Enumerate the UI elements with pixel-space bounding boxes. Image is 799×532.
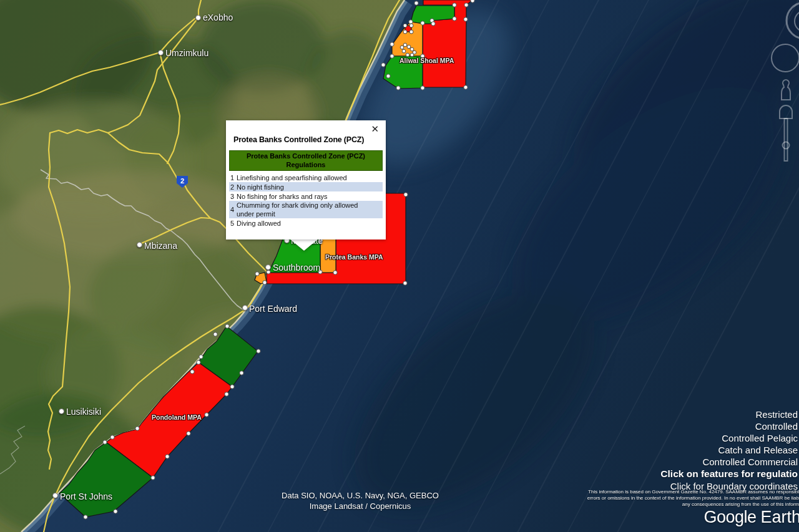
legend-item-controlled: Controlled: [660, 420, 798, 432]
attribution-imagery-line: Image Landsat / Copernicus: [235, 501, 485, 511]
disclaimer-line: any consequences arising from the use of…: [587, 501, 799, 508]
regulation-text: Linefishing and spearfishing allowed: [237, 173, 347, 182]
place-dot-lusikisiki: [59, 409, 64, 414]
place-label-port-edward: Port Edward: [249, 304, 297, 314]
logo-earth-text: Earth: [760, 508, 799, 526]
legend-item-controlled-pelagic: Controlled Pelagic: [660, 432, 798, 444]
regulation-text: No night fishing: [237, 183, 284, 191]
regulation-number: 5: [230, 219, 237, 228]
place-label-southbroom: Southbroom: [273, 263, 320, 273]
attribution-data-line: Data SIO, NOAA, U.S. Navy, NGA, GEBCO: [235, 490, 485, 501]
place-label-lusikisiki: Lusikisiki: [66, 407, 101, 417]
mpa-label-protea-banks: Protea Banks MPA: [325, 253, 383, 261]
regulation-row: 1 Linefishing and spearfishing allowed: [229, 173, 383, 182]
mpa-label-pondoland: Pondoland MPA: [152, 414, 202, 421]
legend-cta-regulations: Click on features for regulatio: [660, 468, 798, 480]
zone-type-legend: Restricted Controlled Controlled Pelagic…: [660, 409, 798, 492]
regulation-text: Diving allowed: [237, 219, 281, 228]
place-dot-southbroom: [265, 264, 271, 270]
regulation-text: Chumming for shark diving only allowed u…: [237, 201, 365, 218]
regulation-number: 1: [230, 173, 237, 182]
regulation-text: No fishing for sharks and rays: [237, 192, 328, 201]
popup-close-icon[interactable]: ✕: [371, 124, 379, 133]
saambr-disclaimer: This information is based on Government …: [587, 489, 799, 508]
regulations-popup: ✕ Protea Banks Controlled Zone (PCZ) Pro…: [226, 120, 386, 239]
place-label-exobho: eXobho: [203, 12, 233, 22]
place-label-umzimkulu: Umzimkulu: [165, 48, 208, 58]
regulation-number: 4: [230, 205, 237, 214]
mpa-label-aliwal-shoal: Aliwal Shoal MPA: [400, 57, 454, 64]
regulation-row: 3 No fishing for sharks and rays: [229, 191, 383, 201]
regulation-number: 2: [230, 183, 237, 191]
legend-item-catch-and-release: Catch and Release: [660, 444, 798, 456]
regulations-table: 1 Linefishing and spearfishing allowed 2…: [229, 173, 383, 228]
legend-item-controlled-commercial: Controlled Commercial: [660, 456, 798, 468]
place-dot-exobho: [195, 15, 201, 21]
place-dot-umzimkulu: [158, 50, 164, 56]
google-earth-logo: GoogleEarth: [703, 508, 799, 527]
disclaimer-line: errors or omissions in the context of th…: [587, 495, 799, 501]
google-earth-viewport: eXobho Umzimkulu Mbizana Margate Southbr…: [0, 0, 799, 532]
regulation-row: 5 Diving allowed: [229, 218, 383, 228]
regulation-row: 2 No night fishing: [229, 182, 383, 191]
place-label-mbizana: Mbizana: [144, 241, 177, 251]
logo-google-text: Google: [703, 508, 756, 526]
legend-item-restricted: Restricted: [660, 409, 798, 420]
popup-table-header-line1: Protea Banks Controlled Zone (PCZ): [230, 152, 382, 160]
place-dot-port-st-johns: [52, 493, 58, 498]
place-dot-mbizana: [137, 242, 142, 248]
disclaimer-line: This information is based on Government …: [587, 489, 799, 495]
place-dot-port-edward: [242, 305, 248, 311]
place-label-port-st-johns: Port St Johns: [60, 491, 112, 501]
popup-title: Protea Banks Controlled Zone (PCZ): [233, 135, 378, 144]
popup-table-header: Protea Banks Controlled Zone (PCZ) Regul…: [229, 150, 383, 171]
regulation-number: 3: [230, 192, 237, 201]
popup-tail: [290, 239, 318, 251]
map-attribution: Data SIO, NOAA, U.S. Navy, NGA, GEBCO Im…: [235, 490, 485, 511]
popup-table-header-line2: Regulations: [230, 160, 382, 169]
regulation-row: 4 Chumming for shark diving only allowed…: [229, 201, 383, 218]
